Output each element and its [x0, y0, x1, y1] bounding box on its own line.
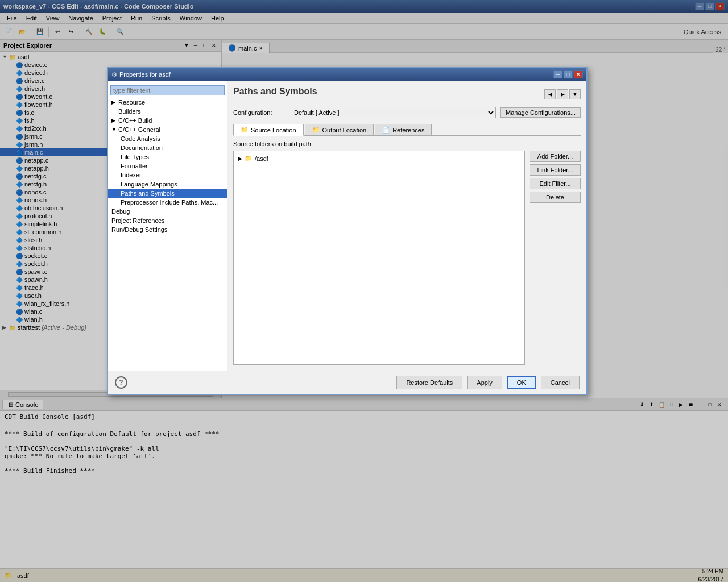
cancel-btn[interactable]: Cancel: [541, 376, 580, 389]
dtree-label: Run/Debug Settings: [111, 226, 167, 233]
dtree-label: Language Mappings: [121, 181, 177, 188]
dialog-right-title: Paths and Symbols: [233, 86, 317, 97]
config-select[interactable]: Default [ Active ]: [289, 107, 496, 118]
add-folder-btn[interactable]: Add Folder...: [530, 151, 581, 162]
filter-input[interactable]: [110, 85, 225, 95]
output-tab-icon: 📁: [312, 126, 320, 134]
dtree-langmappings[interactable]: Language Mappings: [108, 180, 227, 189]
folder-icon: 📁: [245, 155, 253, 162]
dialog-title: Properties for asdf: [119, 71, 171, 78]
config-row: Configuration: Default [ Active ] Manage…: [233, 107, 581, 118]
dtree-indexer[interactable]: Indexer: [108, 171, 227, 180]
apply-btn[interactable]: Apply: [467, 376, 502, 389]
dtree-label: Resource: [118, 99, 145, 106]
dialog-title-controls: ─ □ ✕: [553, 70, 583, 78]
source-buttons: Add Folder... Link Folder... Edit Filter…: [530, 151, 581, 365]
dtree-label: Preprocessor Include Paths, Mac...: [121, 199, 218, 206]
dialog-left-panel: ▶ Resource Builders ▶ C/C++ Build ▼ C/C+…: [108, 81, 228, 371]
dtree-resource[interactable]: ▶ Resource: [108, 98, 227, 107]
dialog-nav-btns: ◀ ▶ ▼: [544, 89, 581, 99]
dialog-title-text: ⚙ Properties for asdf: [111, 71, 171, 78]
edit-filter-btn[interactable]: Edit Filter...: [530, 178, 581, 189]
source-area: ▶ 📁 /asdf Add Folder... Link Folder... E…: [233, 151, 581, 365]
manage-configs-btn[interactable]: Manage Configurations...: [500, 107, 581, 118]
tab-label: Source Location: [251, 127, 296, 134]
tab-source-location[interactable]: 📁 Source Location: [233, 124, 304, 136]
dialog-body: ▶ Resource Builders ▶ C/C++ Build ▼ C/C+…: [108, 81, 586, 371]
properties-dialog: ⚙ Properties for asdf ─ □ ✕ ▶ Resource B…: [107, 67, 588, 395]
dtree-builders[interactable]: Builders: [108, 107, 227, 116]
dtree-label: File Types: [121, 153, 149, 160]
dtree-debug[interactable]: Debug: [108, 207, 227, 216]
config-label: Configuration:: [233, 109, 284, 116]
source-tab-icon: 📁: [241, 126, 249, 134]
dialog-footer: ? Restore Defaults Apply OK Cancel: [108, 371, 586, 394]
ok-btn[interactable]: OK: [507, 376, 536, 389]
dtree-ccgeneral[interactable]: ▼ C/C++ General: [108, 125, 227, 134]
source-tree: ▶ 📁 /asdf: [233, 151, 525, 365]
tab-label: References: [392, 127, 424, 134]
expand-icon: ▶: [238, 156, 242, 161]
dtree-label: Paths and Symbols: [121, 190, 175, 197]
dialog-max-btn[interactable]: □: [564, 70, 573, 78]
expand-icon: ▼: [111, 127, 118, 132]
dialog-title-bar: ⚙ Properties for asdf ─ □ ✕: [108, 68, 586, 81]
dialog-overlay: ⚙ Properties for asdf ─ □ ✕ ▶ Resource B…: [0, 0, 728, 582]
dtree-projectrefs[interactable]: Project References: [108, 216, 227, 225]
dtree-label: Indexer: [121, 172, 142, 178]
dialog-min-btn[interactable]: ─: [553, 70, 562, 78]
dtree-label: Documentation: [121, 144, 163, 151]
dtree-label: Project References: [111, 217, 165, 224]
tab-references[interactable]: 📄 References: [375, 124, 432, 135]
dtree-codeanalysis[interactable]: Code Analysis: [108, 134, 227, 143]
help-icon[interactable]: ?: [115, 376, 127, 389]
dialog-close-btn[interactable]: ✕: [574, 70, 583, 78]
tab-output-location[interactable]: 📁 Output Location: [305, 124, 374, 135]
source-folder-name: /asdf: [255, 155, 268, 162]
dialog-icon: ⚙: [111, 71, 117, 78]
nav-dropdown-btn[interactable]: ▼: [569, 89, 581, 99]
expand-icon: ▶: [111, 99, 118, 105]
dtree-documentation[interactable]: Documentation: [108, 143, 227, 152]
dtree-filetypes[interactable]: File Types: [108, 152, 227, 161]
dtree-label: Code Analysis: [121, 135, 160, 142]
dtree-preprocessor[interactable]: Preprocessor Include Paths, Mac...: [108, 198, 227, 207]
footer-right: Restore Defaults Apply OK Cancel: [396, 376, 580, 389]
nav-back-btn[interactable]: ◀: [544, 89, 556, 99]
dtree-label: Builders: [118, 108, 141, 115]
expand-icon: ▶: [111, 118, 118, 123]
nav-forward-btn[interactable]: ▶: [557, 89, 568, 99]
footer-left: ?: [115, 376, 127, 389]
dtree-pathssymbols[interactable]: Paths and Symbols: [108, 189, 227, 198]
source-folders-label: Source folders on build path:: [233, 140, 581, 147]
dtree-label: Debug: [111, 208, 130, 215]
tab-label: Output Location: [322, 127, 367, 134]
refs-tab-icon: 📄: [382, 126, 390, 134]
dtree-ccbuild[interactable]: ▶ C/C++ Build: [108, 116, 227, 125]
source-item-asdf[interactable]: ▶ 📁 /asdf: [236, 153, 522, 163]
dtree-label: Formatter: [121, 163, 148, 169]
dtree-rundebugsettings[interactable]: Run/Debug Settings: [108, 225, 227, 234]
dialog-right-panel: Paths and Symbols ◀ ▶ ▼ Configuration: D…: [228, 81, 586, 371]
dtree-label: C/C++ Build: [118, 117, 152, 124]
dtree-label: C/C++ General: [118, 126, 160, 133]
delete-btn[interactable]: Delete: [530, 192, 581, 203]
link-folder-btn[interactable]: Link Folder...: [530, 164, 581, 176]
dtree-formatter[interactable]: Formatter: [108, 161, 227, 171]
dialog-tabs: 📁 Source Location 📁 Output Location 📄 Re…: [233, 124, 581, 136]
restore-defaults-btn[interactable]: Restore Defaults: [396, 376, 462, 389]
